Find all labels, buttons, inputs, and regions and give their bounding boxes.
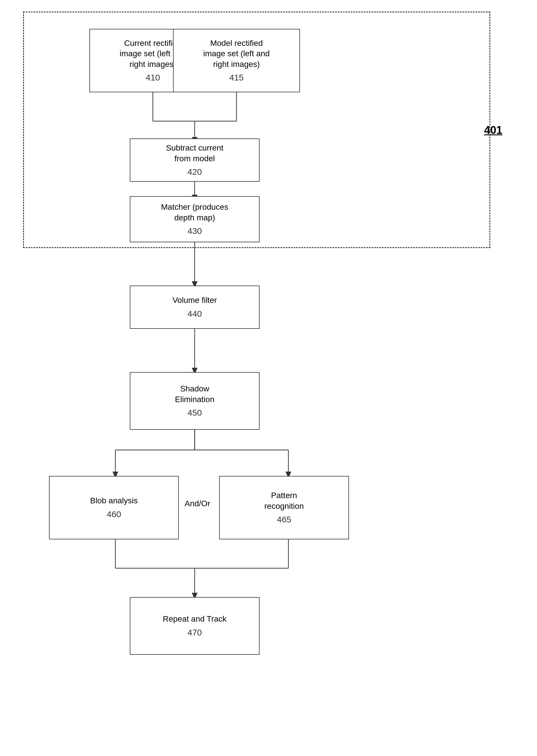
- box-shadow-elimination: Shadow Elimination 450: [130, 372, 260, 430]
- box-blob-analysis-text: Blob analysis: [90, 495, 138, 506]
- box-shadow-elimination-text: Shadow Elimination: [175, 384, 215, 405]
- diagram-container: 401: [0, 0, 537, 756]
- box-repeat-track: Repeat and Track 470: [130, 597, 260, 655]
- and-or-label: And/Or: [185, 499, 210, 508]
- box-465-number: 465: [277, 514, 291, 525]
- box-440-number: 440: [187, 308, 202, 319]
- box-subtract-text: Subtract current from model: [166, 143, 223, 164]
- box-410-number: 410: [145, 72, 160, 83]
- box-430-number: 430: [187, 225, 202, 236]
- box-volume-filter-text: Volume filter: [173, 295, 217, 306]
- box-450-number: 450: [187, 407, 202, 418]
- box-matcher-text: Matcher (produces depth map): [161, 202, 228, 223]
- box-model-rectified-text: Model rectified image set (left and righ…: [203, 38, 269, 69]
- box-420-number: 420: [187, 166, 202, 177]
- box-415-number: 415: [229, 72, 244, 83]
- box-subtract: Subtract current from model 420: [130, 139, 260, 182]
- box-matcher: Matcher (produces depth map) 430: [130, 196, 260, 242]
- box-470-number: 470: [187, 627, 202, 638]
- box-blob-analysis: Blob analysis 460: [49, 476, 179, 539]
- box-repeat-track-text: Repeat and Track: [163, 614, 227, 624]
- box-460-number: 460: [107, 509, 121, 520]
- box-volume-filter: Volume filter 440: [130, 285, 260, 329]
- box-model-rectified: Model rectified image set (left and righ…: [173, 29, 300, 92]
- box-pattern-recognition: Pattern recognition 465: [219, 476, 349, 539]
- box-pattern-recognition-text: Pattern recognition: [265, 490, 304, 511]
- label-401: 401: [484, 124, 502, 137]
